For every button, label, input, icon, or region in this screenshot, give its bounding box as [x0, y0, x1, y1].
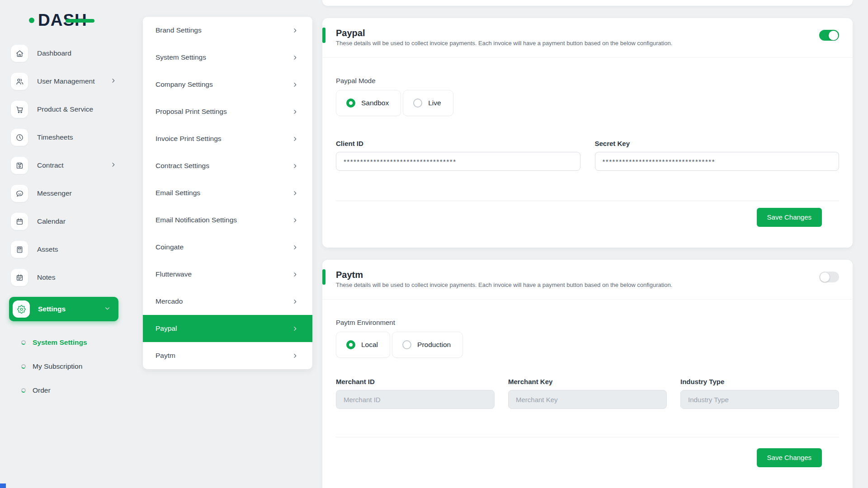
- settings-menu-item-system-settings[interactable]: System Settings: [143, 44, 312, 71]
- client-id-label: Client ID: [336, 140, 580, 147]
- sidebar-item-messenger[interactable]: Messenger: [11, 185, 120, 202]
- gear-icon: [13, 300, 30, 318]
- paytm-title: Paytm: [336, 269, 839, 281]
- sidebar-item-label: Calendar: [37, 217, 66, 225]
- chevron-right-icon: [292, 82, 298, 88]
- paypal-save-button[interactable]: Save Changes: [757, 208, 822, 227]
- chevron-down-icon: [104, 305, 110, 313]
- settings-menu-item-coingate[interactable]: Coingate: [143, 234, 312, 261]
- sidebar-item-assets[interactable]: Assets: [11, 241, 120, 258]
- industry-type-input[interactable]: [680, 390, 839, 409]
- industry-type-label: Industry Type: [680, 378, 839, 385]
- accent-bar: [322, 269, 326, 285]
- sidebar-item-notes[interactable]: Notes: [11, 269, 120, 286]
- client-id-field: Client ID: [336, 140, 580, 171]
- toggle-knob: [820, 272, 830, 282]
- chevron-right-icon: [292, 55, 298, 61]
- settings-menu-item-label: Email Notification Settings: [156, 216, 237, 224]
- sidebar-item-label: Notes: [37, 273, 56, 282]
- settings-menu-item-brand-settings[interactable]: Brand Settings: [143, 17, 312, 44]
- settings-menu-item-mercado[interactable]: Mercado: [143, 288, 312, 315]
- radio-selected-icon[interactable]: [346, 99, 355, 108]
- sidebar-item-label: Dashboard: [37, 49, 71, 57]
- paytm-card-footer: Save Changes: [336, 437, 839, 467]
- bottom-left-artifact: [0, 483, 6, 488]
- sidebar-item-contract[interactable]: Contract: [11, 157, 120, 174]
- paypal-fields-row: Client ID Secret Key: [336, 140, 839, 171]
- settings-menu-item-label: Contract Settings: [156, 162, 209, 170]
- calculator-icon: [11, 241, 28, 258]
- radio-option-production[interactable]: Production: [392, 332, 463, 358]
- chevron-right-icon: [292, 299, 298, 305]
- subnav-item-label: My Subscription: [33, 362, 82, 371]
- paypal-card-footer: Save Changes: [336, 201, 839, 227]
- chevron-right-icon: [292, 28, 298, 33]
- radio-unselected-icon[interactable]: [413, 99, 422, 108]
- settings-menu-item-label: Flutterwave: [156, 270, 192, 278]
- merchant-key-label: Merchant Key: [508, 378, 667, 385]
- paytm-card: Paytm These details will be used to coll…: [322, 260, 853, 488]
- settings-menu-item-contract-settings[interactable]: Contract Settings: [143, 152, 312, 179]
- subnav-item-order[interactable]: Order: [0, 378, 129, 402]
- radio-unselected-icon[interactable]: [402, 340, 411, 349]
- sidebar-nav: Dashboard User Management Product & Serv…: [0, 45, 129, 402]
- radio-option-sandbox[interactable]: Sandbox: [336, 90, 401, 116]
- paypal-enabled-toggle[interactable]: [819, 30, 839, 41]
- client-id-input[interactable]: [336, 152, 580, 171]
- sidebar-item-calendar[interactable]: Calendar: [11, 213, 120, 230]
- chevron-right-icon: [292, 109, 298, 115]
- settings-menu-item-company-settings[interactable]: Company Settings: [143, 71, 312, 98]
- sidebar-item-user-management[interactable]: User Management: [11, 73, 120, 90]
- bullet-icon: [21, 388, 26, 393]
- sidebar-item-timesheets[interactable]: Timesheets: [11, 129, 120, 146]
- paypal-card-header: Paypal These details will be used to col…: [322, 18, 853, 58]
- chevron-right-icon: [292, 190, 298, 196]
- sidebar-item-label: Messenger: [37, 189, 72, 197]
- accent-bar: [322, 28, 326, 43]
- chevron-right-icon: [110, 77, 116, 85]
- chevron-right-icon: [292, 244, 298, 250]
- scrolled-card-remnant: [322, 0, 853, 6]
- settings-menu-item-invoice-print-settings[interactable]: Invoice Print Settings: [143, 125, 312, 152]
- notes-icon: [11, 269, 28, 286]
- radio-option-local[interactable]: Local: [336, 332, 390, 358]
- subnav-item-system-settings[interactable]: System Settings: [0, 330, 129, 354]
- settings-menu-item-paytm[interactable]: Paytm: [143, 342, 312, 369]
- sidebar-item-settings[interactable]: Settings: [9, 297, 118, 321]
- chevron-right-icon: [292, 136, 298, 142]
- secret-key-input[interactable]: [595, 152, 840, 171]
- subnav-item-my-subscription[interactable]: My Subscription: [0, 354, 129, 378]
- radio-option-label: Live: [428, 99, 441, 107]
- paytm-enabled-toggle[interactable]: [819, 272, 839, 282]
- paytm-description: These details will be used to collect in…: [336, 282, 839, 288]
- sidebar-item-label: User Management: [37, 77, 95, 85]
- merchant-id-label: Merchant ID: [336, 378, 495, 385]
- merchant-id-field: Merchant ID: [336, 378, 495, 409]
- sidebar-item-dashboard[interactable]: Dashboard: [11, 45, 120, 62]
- paytm-save-button[interactable]: Save Changes: [757, 448, 822, 467]
- settings-menu-item-email-settings[interactable]: Email Settings: [143, 179, 312, 206]
- merchant-key-input[interactable]: [508, 390, 667, 409]
- settings-menu-item-flutterwave[interactable]: Flutterwave: [143, 261, 312, 288]
- chevron-right-icon: [110, 161, 116, 169]
- logo-dot-icon: [29, 18, 34, 23]
- sidebar-item-label: Timesheets: [37, 133, 73, 141]
- settings-menu-item-paypal[interactable]: Paypal: [143, 315, 312, 342]
- settings-menu-item-label: Brand Settings: [156, 26, 202, 34]
- merchant-id-input[interactable]: [336, 390, 495, 409]
- paypal-mode-options: Sandbox Live: [336, 90, 839, 116]
- radio-selected-icon[interactable]: [346, 340, 355, 349]
- secret-key-field: Secret Key: [595, 140, 840, 171]
- chevron-right-icon: [292, 326, 298, 332]
- sidebar-item-label: Product & Service: [37, 105, 93, 113]
- radio-option-live[interactable]: Live: [403, 90, 453, 116]
- paypal-title: Paypal: [336, 27, 839, 39]
- settings-menu-item-email-notification-settings[interactable]: Email Notification Settings: [143, 206, 312, 234]
- paypal-mode-label: Paypal Mode: [336, 77, 839, 84]
- radio-option-label: Local: [361, 341, 378, 349]
- merchant-key-field: Merchant Key: [508, 378, 667, 409]
- settings-menu-item-proposal-print-settings[interactable]: Proposal Print Settings: [143, 98, 312, 125]
- sidebar-item-product-service[interactable]: Product & Service: [11, 101, 120, 118]
- subnav-item-label: Order: [33, 386, 51, 394]
- bullet-icon: [21, 340, 26, 345]
